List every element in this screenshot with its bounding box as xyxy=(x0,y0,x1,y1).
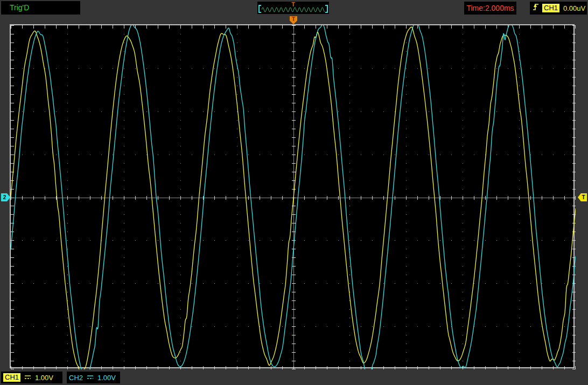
rising-edge-trigger-icon xyxy=(532,2,540,14)
ch1-scale-readout: 1.00V xyxy=(35,374,53,382)
ch2-dc-coupling-icon xyxy=(86,374,94,382)
ch2-zero-level-marker[interactable]: 2 xyxy=(1,193,10,201)
ch1-status[interactable]: CH1 1.00V xyxy=(1,372,62,383)
trigger-level-marker[interactable]: T xyxy=(578,193,587,201)
waveform-display xyxy=(10,24,575,368)
scope-canvas xyxy=(11,25,576,369)
trigger-readout: CH1 0.00uV xyxy=(530,2,587,15)
ch1-dc-coupling-icon xyxy=(24,374,32,382)
horizontal-preview[interactable]: T xyxy=(257,2,329,14)
trigger-position-marker[interactable]: T xyxy=(290,16,297,24)
ch1-label-chip[interactable]: CH1 xyxy=(3,373,20,382)
trigger-status: Trig'D xyxy=(1,1,80,15)
ch2-status[interactable]: CH2 1.00V xyxy=(67,372,120,383)
ch2-scale-readout: 1.00V xyxy=(97,374,116,382)
trigger-level-readout: 0.00uV xyxy=(563,4,585,12)
ch2-label[interactable]: CH2 xyxy=(69,374,83,382)
timebase-readout: Time:2.000ms xyxy=(464,2,516,15)
trigger-source-chip[interactable]: CH1 xyxy=(542,4,559,12)
oscilloscope-app: Trig'D T Time:2.000ms CH1 0.00uV T 2 T C… xyxy=(0,0,588,385)
preview-waveform xyxy=(262,6,325,13)
